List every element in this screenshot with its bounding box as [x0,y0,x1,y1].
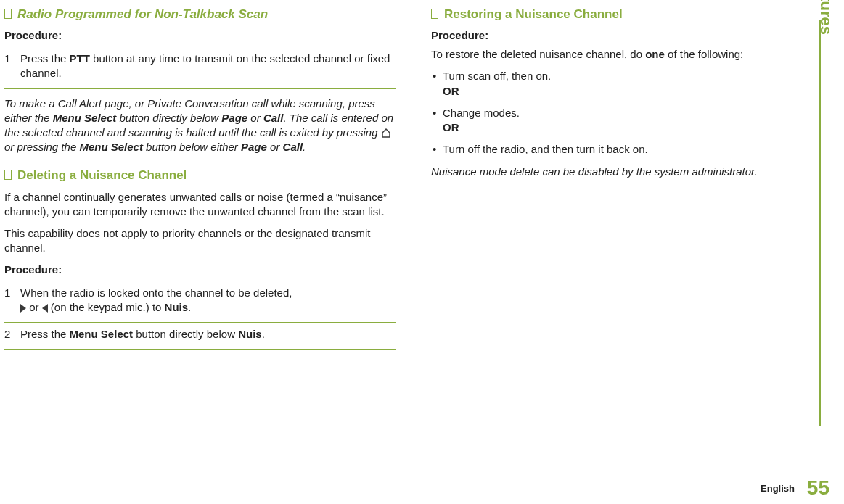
delete-step-2-text: Press the Menu Select button directly be… [20,327,265,342]
delete-para-1: If a channel continually generates unwan… [4,190,396,220]
language-label: English [761,483,795,494]
page-number: 55 [807,476,829,500]
delete-step-1-text: When the radio is locked onto the channe… [20,286,292,315]
side-tab-label: Advanced Features [816,0,835,35]
heading-box-icon [431,9,438,19]
restore-note: Nuisance mode delete can be disabled by … [431,165,808,179]
section-heading-scan: Radio Programmed for Non-Talkback Scan [4,7,396,22]
section-heading-restore-text: Restoring a Nuisance Channel [444,7,623,21]
restore-intro: To restore the deleted nuisance channel,… [431,47,808,62]
section-heading-scan-text: Radio Programmed for Non-Talkback Scan [17,7,268,21]
or-label-2: OR [443,121,459,133]
restore-bullet-1: Turn scan off, then on. OR [431,69,808,99]
heading-box-icon [4,9,12,19]
call-softkey: Call [263,112,284,124]
menu-select-term-2: Menu Select [79,141,143,153]
call-softkey-2: Call [283,141,303,153]
section-heading-delete-text: Deleting a Nuisance Channel [17,168,187,182]
or-label: OR [443,85,459,97]
procedure-label: Procedure: [4,29,396,41]
restore-bullet-3: Turn off the radio, and then turn it bac… [431,142,808,157]
step-number: 2 [4,327,20,342]
scan-step-1-text: Press the PTT button at any time to tran… [20,51,396,81]
one-term: one [645,48,665,60]
side-tab: Advanced Features [802,20,831,426]
two-column-layout: Radio Programmed for Non-Talkback Scan P… [0,4,844,350]
page-root: Radio Programmed for Non-Talkback Scan P… [0,0,844,504]
menu-select-term-3: Menu Select [70,328,134,340]
scan-note: To make a Call Alert page, or Private Co… [4,96,396,155]
nuis-softkey-2: Nuis [238,328,262,340]
page-softkey-2: Page [241,141,267,153]
section-heading-delete: Deleting a Nuisance Channel [4,168,396,183]
step-number: 1 [4,286,20,300]
page-softkey: Page [221,112,247,124]
arrow-left-icon [42,304,48,313]
nuis-softkey: Nuis [165,301,189,313]
restore-bullets: Turn scan off, then on. OR Change modes.… [431,69,808,157]
menu-select-term: Menu Select [53,112,117,124]
delete-steps: 1 When the radio is locked onto the chan… [4,281,396,350]
side-tab-line [819,20,821,426]
scan-step-1: 1 Press the PTT button at any time to tr… [4,47,396,89]
step-number: 1 [4,51,20,66]
procedure-label-2: Procedure: [4,263,396,276]
heading-box-icon [4,170,12,180]
scan-steps: 1 Press the PTT button at any time to tr… [4,47,396,89]
left-column: Radio Programmed for Non-Talkback Scan P… [4,4,396,350]
delete-step-2: 2 Press the Menu Select button directly … [4,323,396,350]
right-column: Restoring a Nuisance Channel Procedure: … [431,4,808,350]
delete-step-1: 1 When the radio is locked onto the chan… [4,281,396,323]
restore-bullet-2: Change modes. OR [431,106,808,136]
delete-para-2: This capability does not apply to priori… [4,226,396,256]
section-heading-restore: Restoring a Nuisance Channel [431,7,808,22]
home-icon [381,129,391,138]
ptt-term: PTT [70,52,90,65]
arrow-right-icon [20,304,26,313]
procedure-label-3: Procedure: [431,29,808,41]
